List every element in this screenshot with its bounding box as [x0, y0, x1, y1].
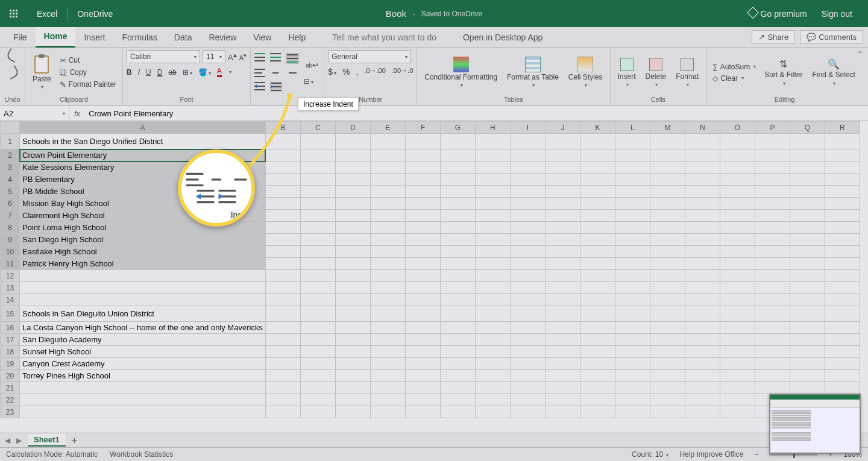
- sheet-nav-prev[interactable]: ◀: [5, 436, 10, 445]
- cond-format-icon: [453, 57, 469, 72]
- align-left-button[interactable]: [254, 69, 265, 77]
- formula-input[interactable]: Crown Point Elementary: [85, 109, 177, 118]
- col-header-a[interactable]: A: [20, 122, 266, 134]
- spreadsheet-grid[interactable]: A BCDEFGHIJKLMNOPQR 1Schools in the San …: [0, 121, 868, 433]
- align-center-button[interactable]: [270, 69, 281, 77]
- bold-button[interactable]: B: [127, 68, 132, 77]
- align-right-button[interactable]: [286, 69, 297, 77]
- copy-button[interactable]: Copy: [57, 67, 119, 78]
- undo-button[interactable]: [7, 50, 18, 61]
- decrease-decimal-button[interactable]: .00→.0: [392, 67, 413, 77]
- select-all-cell[interactable]: [1, 122, 20, 134]
- increase-decimal-button[interactable]: .0→.00: [364, 67, 385, 77]
- sheet-tab-bar: ◀ ▶ Sheet1 +: [0, 433, 868, 447]
- format-as-table-button[interactable]: Format as Table▾: [503, 55, 562, 89]
- column-headers[interactable]: A BCDEFGHIJKLMNOPQR: [1, 122, 860, 134]
- add-sheet-button[interactable]: +: [72, 435, 77, 446]
- cell-a10[interactable]: Eastlake High School: [20, 246, 266, 258]
- cell-a15[interactable]: Schools in San Dieguito Union District: [20, 306, 266, 322]
- app-launcher-icon[interactable]: [0, 0, 27, 27]
- diamond-icon: [747, 7, 759, 19]
- collapse-ribbon-icon[interactable]: ⌃: [857, 50, 863, 58]
- percent-button[interactable]: %: [342, 67, 350, 77]
- find-select-button[interactable]: 🔍Find & Select▾: [809, 57, 859, 87]
- cell-styles-button[interactable]: Cell Styles▾: [565, 55, 606, 89]
- conditional-formatting-button[interactable]: Conditional Formatting▾: [421, 55, 501, 89]
- font-size-select[interactable]: 11▾: [203, 50, 225, 63]
- align-bottom-button[interactable]: [286, 53, 299, 64]
- align-top-button[interactable]: [254, 53, 265, 64]
- cell-a20[interactable]: Torrey Pines High School: [20, 370, 266, 382]
- go-premium-button[interactable]: Go premium: [749, 8, 807, 19]
- double-underline-button[interactable]: D: [157, 68, 163, 77]
- increase-indent-tooltip: Increase Indent: [298, 98, 359, 111]
- insert-cells-button[interactable]: Insert▾: [614, 57, 640, 89]
- workbook-stats[interactable]: Workbook Statistics: [110, 450, 173, 459]
- align-bottom-icon: [287, 54, 298, 63]
- callout-increase-indent-icon: [219, 190, 236, 203]
- ribbon-tabs: File Home Insert Formulas Data Review Vi…: [0, 27, 868, 48]
- decrease-indent-button[interactable]: [254, 82, 265, 92]
- format-cells-button[interactable]: Format▾: [672, 57, 702, 89]
- sort-filter-button[interactable]: ⇅Sort & Filter▾: [761, 57, 806, 87]
- storage-location[interactable]: OneDrive: [68, 0, 122, 27]
- tell-me-search[interactable]: Tell me what you want to do: [332, 33, 436, 42]
- fx-icon[interactable]: fx: [69, 109, 85, 118]
- font-name-select[interactable]: Calibri▾: [127, 50, 200, 63]
- name-box[interactable]: A2▾: [0, 106, 69, 121]
- font-color-button[interactable]: A: [217, 67, 222, 77]
- formula-bar: A2▾ fx Crown Point Elementary: [0, 106, 868, 121]
- borders-button[interactable]: ⊞▾: [183, 68, 192, 77]
- cell-a1[interactable]: Schools in the San Diego Unified Distric…: [20, 134, 266, 149]
- cell-a16[interactable]: La Costa Canyon High School -- home of t…: [20, 322, 266, 334]
- comma-button[interactable]: ,: [356, 67, 358, 77]
- zoom-out-button[interactable]: −: [754, 450, 758, 459]
- shrink-font-button[interactable]: A▾: [239, 52, 247, 61]
- ribbon: ⌃ Undo Paste▾ Cut Copy Format Painter Cl…: [0, 48, 868, 106]
- number-format-select[interactable]: General▾: [328, 50, 411, 63]
- cell-a19[interactable]: Canyon Crest Academy: [20, 358, 266, 370]
- thumbnail-preview: [769, 394, 861, 454]
- fill-color-button[interactable]: 🪣▾: [198, 68, 211, 77]
- tab-review[interactable]: Review: [200, 27, 245, 48]
- tab-formulas[interactable]: Formulas: [113, 27, 165, 48]
- callout-decrease-indent-icon: [197, 190, 215, 203]
- comments-button[interactable]: 💬Comments: [800, 30, 863, 44]
- sign-out-button[interactable]: Sign out: [822, 9, 852, 19]
- sheet-nav-next[interactable]: ▶: [16, 436, 22, 445]
- italic-button[interactable]: I: [138, 68, 140, 77]
- paste-button[interactable]: Paste▾: [29, 54, 55, 91]
- grow-font-button[interactable]: A▴: [228, 51, 237, 62]
- document-name[interactable]: Book: [386, 8, 406, 19]
- tab-view[interactable]: View: [245, 27, 280, 48]
- tab-data[interactable]: Data: [166, 27, 201, 48]
- format-painter-button[interactable]: Format Painter: [57, 80, 119, 90]
- increase-indent-button[interactable]: [270, 82, 282, 92]
- tab-help[interactable]: Help: [280, 27, 314, 48]
- open-desktop-button[interactable]: Open in Desktop App: [454, 27, 551, 48]
- cell-a11[interactable]: Patrick Henry High School: [20, 258, 266, 270]
- cut-button[interactable]: Cut: [57, 55, 119, 66]
- cell-a9[interactable]: San Diego High School: [20, 234, 266, 246]
- align-middle-button[interactable]: [270, 53, 281, 64]
- tab-home[interactable]: Home: [36, 27, 76, 48]
- eraser-icon: ◇: [712, 74, 718, 83]
- autosum-button[interactable]: ∑AutoSum▾: [710, 62, 758, 72]
- redo-button[interactable]: [7, 67, 18, 78]
- clear-button[interactable]: ◇Clear▾: [710, 74, 758, 83]
- sheet-tab-1[interactable]: Sheet1: [28, 434, 66, 447]
- tab-file[interactable]: File: [5, 27, 36, 48]
- cell-a17[interactable]: San Dieguito Academy: [20, 334, 266, 346]
- merge-button[interactable]: ⊟▾: [304, 77, 320, 86]
- currency-button[interactable]: $▾: [328, 67, 336, 77]
- tab-insert[interactable]: Insert: [75, 27, 113, 48]
- wrap-text-button[interactable]: ab↩: [304, 59, 320, 71]
- underline-button[interactable]: U: [146, 68, 151, 77]
- cell-a18[interactable]: Sunset High School: [20, 346, 266, 358]
- delete-cells-button[interactable]: Delete▾: [642, 57, 670, 89]
- align-left-icon: [254, 69, 265, 77]
- search-icon: 🔍: [828, 58, 840, 70]
- share-button[interactable]: ↗Share: [752, 30, 795, 44]
- strike-button[interactable]: ab: [168, 68, 176, 77]
- help-improve[interactable]: Help Improve Office: [679, 450, 743, 459]
